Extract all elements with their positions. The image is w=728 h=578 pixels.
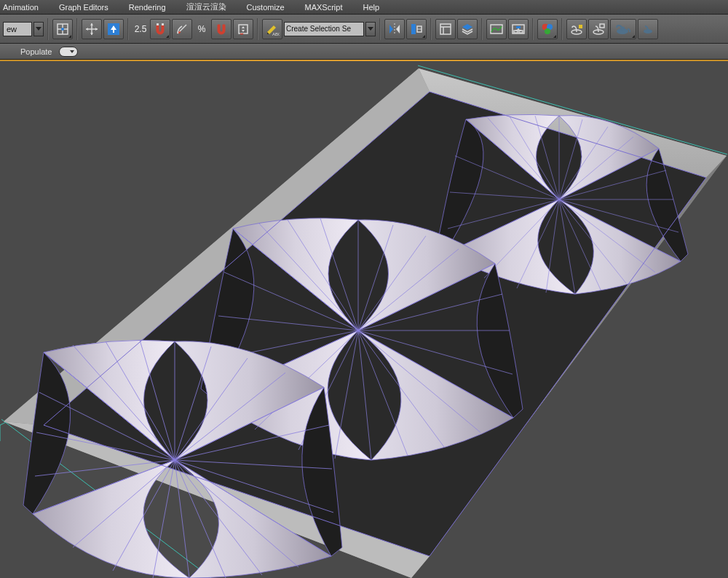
render-iterative-button[interactable] <box>638 19 658 39</box>
angle-snap-toggle-button[interactable] <box>172 19 192 39</box>
toolbar-separator <box>47 18 49 40</box>
up-arrow-icon <box>106 22 121 36</box>
toolbar-separator <box>257 18 258 40</box>
svg-point-1 <box>61 28 64 31</box>
svg-text:ABC: ABC <box>272 32 280 36</box>
render-teapot-icon <box>614 22 633 36</box>
viewport-geometry <box>0 61 728 578</box>
named-selection-set-input[interactable] <box>284 22 364 36</box>
menu-help[interactable]: Help <box>353 1 390 13</box>
pivot-center-icon <box>55 22 70 36</box>
material-editor-button[interactable] <box>537 19 558 39</box>
svg-rect-3 <box>157 23 159 25</box>
svg-rect-21 <box>600 24 604 28</box>
align-button[interactable] <box>406 19 427 39</box>
render-production-button[interactable] <box>610 19 636 39</box>
toolbar-separator <box>532 18 534 40</box>
menu-cloud-render[interactable]: 渲渲云渲染 <box>176 0 237 14</box>
reference-coordinate-system-dropdown[interactable]: ew <box>3 22 32 36</box>
curve-editor-icon <box>489 22 504 36</box>
toolbar-separator <box>76 18 78 40</box>
svg-rect-12 <box>516 26 521 28</box>
material-editor-icon <box>540 22 555 36</box>
scene-explorer-icon <box>438 22 453 36</box>
render-setup-button[interactable] <box>566 19 587 39</box>
mirror-icon <box>387 22 402 36</box>
toolbar-separator <box>379 18 381 40</box>
secondary-toolbar: Populate <box>0 44 728 60</box>
menu-maxscript[interactable]: MAXScript <box>295 1 353 13</box>
toolbar-separator <box>127 18 129 40</box>
svg-rect-4 <box>162 23 164 25</box>
align-icon <box>409 22 424 36</box>
snap-toggle-button[interactable] <box>150 19 170 39</box>
percent-snap-label: % <box>195 24 208 34</box>
menu-animation[interactable]: Animation <box>0 1 49 13</box>
move-gizmo-icon <box>84 22 99 36</box>
svg-rect-5 <box>239 25 248 33</box>
toolbar-separator <box>481 18 483 40</box>
main-toolbar: ew 2.5 <box>0 15 728 44</box>
coord-system-arrow-icon[interactable] <box>33 22 44 36</box>
angle-snap-icon <box>175 22 189 36</box>
rendered-frame-window-icon <box>591 22 606 36</box>
menu-rendering[interactable]: Rendering <box>119 1 176 13</box>
edit-named-selections-button[interactable]: ABC <box>262 19 282 39</box>
populate-label: Populate <box>20 47 52 56</box>
rendered-frame-window-button[interactable] <box>588 19 609 39</box>
svg-rect-9 <box>440 24 451 34</box>
toolbar-separator <box>561 18 563 40</box>
percent-snap-icon <box>214 22 229 36</box>
populate-dropdown-button[interactable] <box>59 47 78 57</box>
menu-graph-editors[interactable]: Graph Editors <box>49 1 119 13</box>
percent-snap-toggle-button[interactable] <box>211 19 232 39</box>
schematic-view-button[interactable] <box>508 19 529 39</box>
use-pivot-center-button[interactable] <box>52 19 73 39</box>
named-selection-edit-icon: ABC <box>265 22 280 36</box>
layer-explorer-button[interactable] <box>457 19 478 39</box>
svg-point-17 <box>545 28 550 34</box>
main-menu-bar: Animation Graph Editors Rendering 渲渲云渲染 … <box>0 0 728 15</box>
toolbar-separator <box>430 18 432 40</box>
snap-value-label: 2.5 <box>134 24 147 34</box>
svg-point-23 <box>620 26 625 28</box>
curve-editor-button[interactable] <box>486 19 507 39</box>
schematic-view-icon <box>511 22 526 36</box>
spinner-snap-icon <box>236 22 250 36</box>
select-and-manipulate-button[interactable] <box>82 19 102 39</box>
mirror-button[interactable] <box>384 19 405 39</box>
perspective-viewport[interactable] <box>0 61 728 578</box>
render-teapot-small-icon <box>641 22 655 36</box>
keyboard-shortcut-override-button[interactable] <box>103 19 124 39</box>
named-selection-set-dropdown-arrow-icon[interactable] <box>365 22 376 36</box>
snap-toggle-icon <box>153 22 167 36</box>
spinner-snap-toggle-button[interactable] <box>233 19 253 39</box>
svg-rect-7 <box>411 24 416 34</box>
menu-customize[interactable]: Customize <box>237 1 295 13</box>
toggle-scene-explorer-button[interactable] <box>435 19 456 39</box>
svg-rect-19 <box>579 25 582 28</box>
render-setup-icon <box>569 22 584 36</box>
layer-explorer-icon <box>460 22 475 36</box>
coord-system-value: ew <box>7 25 17 33</box>
